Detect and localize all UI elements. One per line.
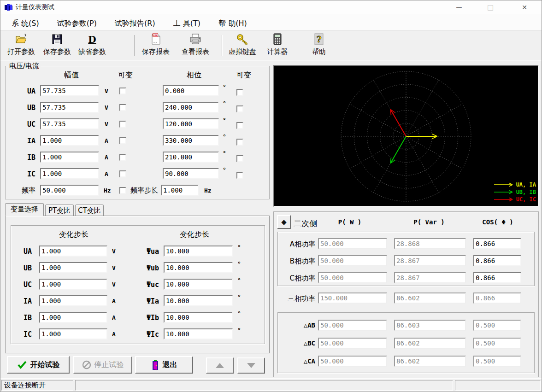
unit-label: V [105, 121, 108, 128]
amplitude-variable-checkbox[interactable] [119, 170, 126, 177]
degree-label: ° [237, 310, 241, 317]
step-value-input[interactable] [39, 279, 107, 290]
step-phase-input[interactable] [164, 295, 233, 306]
close-button[interactable]: ✕ [514, 0, 535, 14]
open-params-button[interactable]: 打开参数 [4, 33, 38, 59]
legend-row-ua-ia: UA, IA [493, 181, 536, 188]
step-unit-label: V [112, 248, 116, 255]
menu-test-report[interactable]: 试验报告(R) [110, 18, 160, 29]
amplitude-variable-checkbox[interactable] [119, 121, 126, 128]
scroll-down-button[interactable] [237, 357, 265, 374]
exit-door-icon [151, 359, 159, 370]
phase-input[interactable] [163, 102, 219, 113]
phase-input[interactable] [163, 168, 219, 179]
phase-variable-checkbox[interactable] [236, 139, 243, 146]
phase-input[interactable] [163, 135, 219, 146]
unit-label: A [105, 170, 108, 177]
default-params-button[interactable]: D 缺省参数 [75, 33, 109, 59]
amplitude-input[interactable] [40, 168, 99, 179]
window-title: 计量仪表测试 [16, 3, 54, 12]
menu-help[interactable]: 帮 助(H) [214, 18, 252, 29]
delta-p-w-output [318, 338, 387, 349]
exit-button[interactable]: 退出 [135, 356, 193, 374]
phase-variable-checkbox[interactable] [236, 89, 243, 96]
frequency-step-label: 频率步长 [128, 186, 158, 195]
tab-pt-ratio[interactable]: PT变比 [45, 205, 74, 216]
delta-p-var-output [394, 356, 466, 367]
legend-arrow-icon [493, 197, 516, 202]
step-phase-input[interactable] [164, 312, 233, 323]
save-report-icon: EXL [139, 33, 173, 47]
frequency-label: 频率 [7, 186, 35, 195]
minimize-button[interactable]: — [448, 0, 470, 14]
step-value-input[interactable] [39, 328, 107, 339]
step-value-input[interactable] [39, 312, 107, 323]
amplitude-variable-checkbox[interactable] [119, 88, 126, 94]
p-var-output [394, 238, 466, 249]
step-phase-label: Ψua [133, 247, 159, 256]
phase-variable-checkbox[interactable] [236, 105, 243, 112]
frequency-variable-checkbox[interactable] [119, 187, 126, 194]
degree-label: ° [223, 83, 226, 90]
amplitude-input[interactable] [40, 152, 99, 163]
phase-variable-checkbox[interactable] [236, 155, 243, 162]
step-unit-label: V [112, 281, 116, 288]
unit-label: A [105, 154, 108, 161]
step-value-input[interactable] [39, 262, 107, 273]
step-value-input[interactable] [39, 246, 107, 257]
default-d-icon: D [75, 33, 109, 47]
frequency-input[interactable] [40, 185, 99, 196]
menu-tools[interactable]: 工 具(T) [169, 18, 205, 29]
menu-test-params[interactable]: 试验参数(P) [53, 18, 101, 29]
svg-text:EXL: EXL [153, 34, 158, 36]
amplitude-input[interactable] [40, 118, 99, 129]
delta-cos-phi-output [473, 338, 521, 349]
phase-variable-checkbox[interactable] [236, 172, 243, 179]
help-button[interactable]: ? 帮助 [306, 33, 332, 59]
up-triangle-icon [216, 363, 224, 368]
scroll-up-button[interactable] [206, 357, 234, 374]
phase-input[interactable] [163, 85, 219, 96]
calculator-button[interactable]: 计算器 [263, 33, 292, 59]
step-phase-label: ΨIb [133, 314, 159, 322]
step-phase-input[interactable] [164, 279, 233, 290]
degree-label: ° [237, 277, 241, 284]
degree-label: ° [237, 244, 241, 251]
step-phase-input[interactable] [164, 262, 233, 273]
view-report-button[interactable]: 查看报表 [178, 33, 212, 59]
amplitude-variable-checkbox[interactable] [119, 137, 126, 144]
save-floppy-icon [40, 33, 74, 47]
app-icon [5, 4, 13, 11]
virtual-keyboard-button[interactable]: 虚拟键盘 [225, 33, 259, 59]
start-test-button[interactable]: 开始试验 [7, 356, 70, 374]
status-extra-cell [455, 380, 541, 391]
step-value-input[interactable] [39, 295, 107, 306]
amplitude-variable-checkbox[interactable] [119, 104, 126, 111]
save-report-button[interactable]: EXL 保存报表 [139, 33, 173, 59]
cos-phi-output [473, 238, 521, 249]
phase-input[interactable] [163, 152, 219, 163]
delta-cos-phi-output [473, 320, 521, 331]
save-params-button[interactable]: 保存参数 [40, 33, 74, 59]
amplitude-variable-checkbox[interactable] [119, 154, 126, 161]
step-phase-input[interactable] [164, 246, 233, 257]
secondary-side-marker-button[interactable]: ◆ [277, 215, 291, 229]
menu-system[interactable]: 系 统(S) [7, 18, 44, 29]
amplitude-input[interactable] [40, 102, 99, 113]
frequency-unit-label: Hz [104, 187, 111, 194]
delta-p-var-output [394, 338, 466, 349]
phasor-diagram-panel: UA, IA UB, IB UC, IC [273, 65, 539, 207]
frequency-step-input[interactable] [161, 185, 199, 196]
tab-ct-ratio[interactable]: CT变比 [75, 205, 104, 216]
phase-power-row-label: B相功率 [278, 257, 315, 266]
amplitude-input[interactable] [40, 135, 99, 146]
phase-input[interactable] [163, 118, 219, 129]
amplitude-input[interactable] [40, 85, 99, 96]
maximize-button[interactable]: □ [480, 0, 501, 14]
step-row-label: IA [12, 297, 32, 305]
legend-arrow-icon [493, 189, 516, 195]
phase-variable-checkbox[interactable] [236, 122, 243, 129]
tab-variable-select[interactable]: 变量选择 [5, 203, 44, 216]
degree-label: ° [223, 117, 226, 123]
step-phase-input[interactable] [164, 328, 233, 339]
